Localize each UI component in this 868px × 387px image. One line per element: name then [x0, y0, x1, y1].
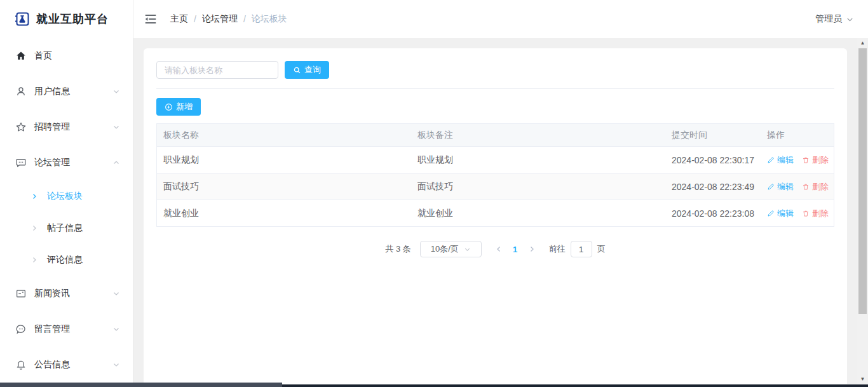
- edit-button[interactable]: 编辑: [767, 181, 794, 193]
- column-header: 操作: [761, 124, 834, 146]
- star-icon: [15, 121, 27, 133]
- sidebar: 就业互助平台 首页 用户信息: [0, 0, 133, 384]
- search-toolbar: 查询: [156, 61, 834, 89]
- chevron-down-icon: [112, 361, 120, 369]
- query-button-label: 查询: [304, 64, 321, 76]
- delete-button[interactable]: 删除: [802, 154, 829, 166]
- cell-section-name: 职业规划: [157, 147, 411, 173]
- sidebar-item-label: 首页: [34, 50, 120, 62]
- sidebar-item-home[interactable]: 首页: [0, 38, 133, 74]
- pagination-total: 共 3 条: [385, 243, 410, 255]
- sidebar-item-comments[interactable]: 评论信息: [0, 244, 133, 276]
- plus-circle-icon: [165, 103, 173, 111]
- column-header: 板块名称: [157, 124, 411, 146]
- chat-square-icon: [15, 157, 27, 168]
- sidebar-item-forum-sections[interactable]: 论坛板块: [0, 180, 133, 212]
- scroll-up-arrow-icon[interactable]: ▲: [857, 38, 868, 48]
- sidebar-item-label: 论坛管理: [34, 157, 112, 168]
- breadcrumb-home[interactable]: 主页: [170, 13, 188, 25]
- horizontal-scrollbar-thumb[interactable]: [0, 383, 282, 387]
- cell-section-remark: 职业规划: [411, 147, 665, 173]
- vertical-scrollbar-thumb[interactable]: [858, 48, 867, 314]
- page-unit-label: 页: [597, 243, 606, 255]
- add-toolbar: 新增: [156, 98, 834, 116]
- menu-fold-icon[interactable]: [144, 12, 158, 26]
- app-window: 就业互助平台 首页 用户信息: [0, 0, 868, 387]
- trash-icon: [802, 156, 810, 164]
- sidebar-item-label: 公告信息: [34, 359, 112, 370]
- breadcrumb-separator: /: [194, 14, 196, 24]
- next-page-button[interactable]: [524, 241, 540, 257]
- table-row: 职业规划 职业规划 2024-02-08 22:30:17 编辑: [157, 147, 834, 173]
- goto-page-input[interactable]: [571, 241, 592, 257]
- scroll-down-arrow-icon[interactable]: ▼: [857, 374, 868, 384]
- edit-label: 编辑: [777, 181, 794, 193]
- vertical-scrollbar[interactable]: ▲ ▼: [857, 38, 868, 384]
- edit-label: 编辑: [777, 154, 794, 166]
- table-body: 职业规划 职业规划 2024-02-08 22:30:17 编辑: [157, 147, 834, 227]
- delete-button[interactable]: 删除: [802, 181, 829, 193]
- pencil-icon: [767, 210, 775, 217]
- goto-label: 前往: [549, 243, 566, 255]
- app-logo-icon: [14, 11, 31, 27]
- top-bar: 主页 / 论坛管理 / 论坛板块 管理员: [133, 0, 868, 38]
- chevron-down-icon: [112, 123, 120, 131]
- submenu-item-label: 评论信息: [47, 254, 83, 266]
- chevron-down-icon: [112, 325, 120, 333]
- sidebar-item-forum[interactable]: 论坛管理: [0, 145, 133, 180]
- cell-submit-time: 2024-02-08 22:23:08: [665, 200, 761, 226]
- content-card: 查询 新增 板块名称 板块备注 提交时间 操作: [144, 48, 847, 384]
- user-icon: [15, 86, 27, 97]
- cell-operations: 编辑 删除: [761, 173, 834, 200]
- submenu-item-label: 论坛板块: [47, 191, 83, 202]
- page-number-button[interactable]: 1: [507, 245, 524, 254]
- delete-label: 删除: [812, 181, 829, 193]
- column-header: 提交时间: [665, 124, 761, 146]
- delete-button[interactable]: 删除: [802, 208, 829, 219]
- chat-round-icon: [15, 323, 27, 335]
- cell-section-remark: 就业创业: [411, 200, 665, 226]
- user-name: 管理员: [815, 13, 842, 25]
- home-icon: [15, 50, 27, 62]
- sidebar-item-messages[interactable]: 留言管理: [0, 311, 133, 347]
- delete-label: 删除: [812, 154, 829, 166]
- prev-page-button[interactable]: [491, 241, 507, 257]
- chevron-down-icon: [112, 290, 120, 297]
- cell-submit-time: 2024-02-08 22:23:49: [665, 173, 761, 200]
- table-row: 面试技巧 面试技巧 2024-02-08 22:23:49 编辑: [157, 173, 834, 200]
- sidebar-item-label: 用户信息: [34, 86, 112, 97]
- edit-label: 编辑: [777, 208, 794, 219]
- news-icon: [15, 288, 27, 299]
- add-button-label: 新增: [176, 101, 193, 112]
- user-dropdown[interactable]: 管理员: [815, 13, 854, 25]
- add-button[interactable]: 新增: [156, 98, 201, 116]
- arrow-right-icon: [31, 224, 38, 232]
- sidebar-menu: 首页 用户信息 招聘管理: [0, 38, 133, 383]
- bell-icon: [15, 359, 27, 370]
- edit-button[interactable]: 编辑: [767, 154, 794, 166]
- sidebar-item-recruit[interactable]: 招聘管理: [0, 109, 133, 145]
- arrow-right-icon: [31, 256, 38, 264]
- sidebar-item-posts[interactable]: 帖子信息: [0, 212, 133, 244]
- app-logo: 就业互助平台: [0, 0, 133, 38]
- edit-button[interactable]: 编辑: [767, 208, 794, 219]
- query-button[interactable]: 查询: [285, 61, 329, 79]
- cell-section-name: 就业创业: [157, 200, 411, 226]
- search-input[interactable]: [156, 61, 278, 79]
- sidebar-item-user-info[interactable]: 用户信息: [0, 74, 133, 109]
- breadcrumb-forum-mgmt[interactable]: 论坛管理: [202, 13, 238, 25]
- pencil-icon: [767, 156, 775, 164]
- breadcrumb: 主页 / 论坛管理 / 论坛板块: [170, 13, 287, 25]
- cell-operations: 编辑 删除: [761, 147, 834, 173]
- page-size-select[interactable]: 10条/页: [420, 241, 482, 257]
- trash-icon: [802, 183, 810, 191]
- breadcrumb-separator: /: [243, 14, 246, 24]
- sidebar-item-label: 招聘管理: [34, 121, 112, 133]
- breadcrumb-current: 论坛板块: [252, 13, 287, 25]
- sidebar-item-label: 新闻资讯: [34, 288, 112, 299]
- sidebar-item-news[interactable]: 新闻资讯: [0, 276, 133, 311]
- main-content: 查询 新增 板块名称 板块备注 提交时间 操作: [133, 38, 857, 384]
- sidebar-item-announcements[interactable]: 公告信息: [0, 347, 133, 383]
- table-header-row: 板块名称 板块备注 提交时间 操作: [157, 124, 834, 147]
- sidebar-item-label: 留言管理: [34, 323, 112, 335]
